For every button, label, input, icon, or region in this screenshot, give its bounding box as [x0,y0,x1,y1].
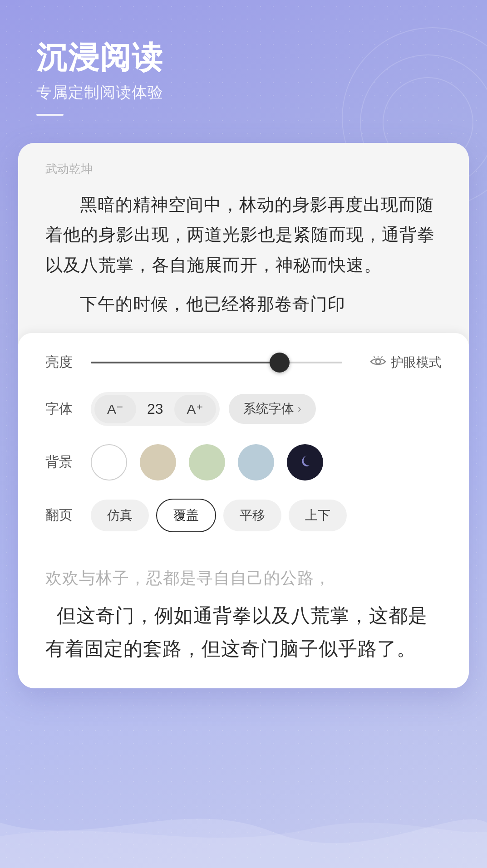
pageturn-pingyi-button[interactable]: 平移 [223,500,281,531]
svg-line-1 [374,356,374,358]
bg-option-dark[interactable] [287,444,323,481]
pageturn-fanzhen-button[interactable]: 仿真 [91,500,149,531]
font-row: 字体 A⁻ 23 A⁺ 系统字体 › [45,392,442,426]
bottom-text-blurred: 欢欢与林子，忍都是寻自自己的公路， [45,564,442,592]
background-label: 背景 [45,453,82,471]
bg-option-white[interactable] [91,444,127,481]
indent-space3 [45,605,57,626]
pageturn-updown-button[interactable]: 上下 [289,500,347,531]
brightness-slider-fill [91,362,280,363]
book-title: 武动乾坤 [45,161,442,177]
indent-space [45,190,80,220]
brightness-slider-wrap [91,362,342,363]
moon-icon [297,452,313,472]
font-increase-button[interactable]: A⁺ [174,395,216,423]
eye-mode-button[interactable]: 护眼模式 [370,354,442,371]
eye-icon [370,354,386,371]
eye-mode-label: 护眼模式 [391,354,442,371]
svg-line-3 [382,356,382,358]
reading-area-top: 武动乾坤 黑暗的精神空间中，林动的身影再度出现而随着他的身影出现，两道光影也是紧… [18,143,469,333]
font-label: 字体 [45,400,82,418]
main-card: 武动乾坤 黑暗的精神空间中，林动的身影再度出现而随着他的身影出现，两道光影也是紧… [18,143,469,688]
font-decrease-button[interactable]: A⁻ [94,395,136,423]
settings-panel: 亮度 [18,333,469,550]
pageturn-row: 翻页 仿真 覆盖 平移 上下 [45,499,442,532]
page-title: 沉浸阅读 [36,41,451,75]
brightness-divider [356,351,356,374]
brightness-label: 亮度 [45,353,82,372]
background-options [91,444,323,481]
bg-option-green[interactable] [189,444,225,481]
reading-text-paragraph2: 下午的时候，他已经将那卷奇门印 [45,289,442,319]
brightness-slider-thumb[interactable] [270,353,290,373]
brightness-slider-track[interactable] [91,362,342,363]
pageturn-options: 仿真 覆盖 平移 上下 [91,499,347,532]
wave-decoration [0,777,487,868]
header: 沉浸阅读 专属定制阅读体验 [0,0,487,116]
bg-option-blue[interactable] [238,444,274,481]
svg-point-0 [376,359,380,364]
background-row: 背景 [45,444,442,481]
font-controls: A⁻ 23 A⁺ [91,392,220,426]
page-subtitle: 专属定制阅读体验 [36,82,451,103]
pageturn-cover-button[interactable]: 覆盖 [156,499,216,532]
header-decorative-line [36,114,64,116]
font-type-button[interactable]: 系统字体 › [229,394,316,424]
reading-area-bottom: 欢欢与林子，忍都是寻自自己的公路， 但这奇门，例如通背拳以及八荒掌，这都是有着固… [18,550,469,688]
font-size-display: 23 [136,401,174,417]
brightness-row: 亮度 [45,351,442,374]
bottom-text-main: 但这奇门，例如通背拳以及八荒掌，这都是有着固定的套路，但这奇门脑子似乎路了。 [45,599,442,666]
chevron-right-icon: › [298,402,301,415]
reading-text-paragraph1: 黑暗的精神空间中，林动的身影再度出现而随着他的身影出现，两道光影也是紧随而现，通… [45,190,442,280]
bg-option-cream[interactable] [140,444,176,481]
font-type-label: 系统字体 [243,400,294,417]
pageturn-label: 翻页 [45,506,82,525]
indent-space2 [45,289,80,319]
